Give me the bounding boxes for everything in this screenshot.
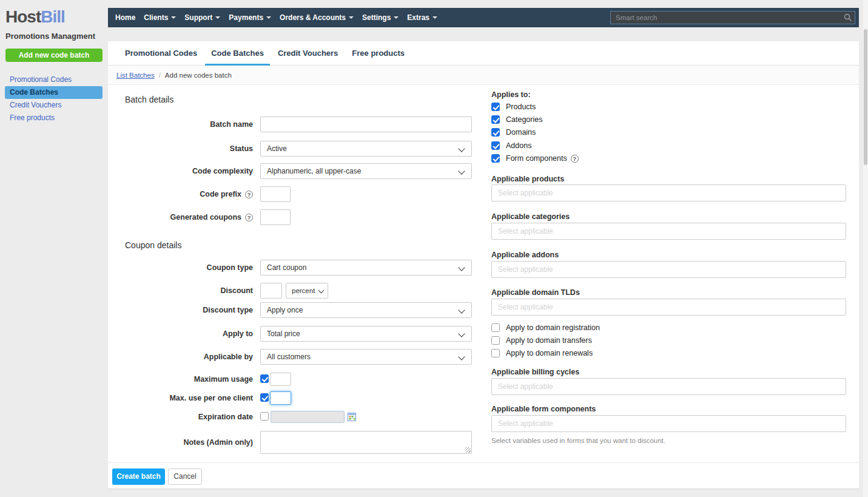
search-input[interactable] — [610, 11, 855, 24]
chevron-down-icon — [432, 16, 437, 19]
status-select[interactable]: Active — [260, 141, 472, 157]
discount-input[interactable] — [260, 283, 282, 299]
applicable-domain-tlds-input[interactable] — [491, 299, 846, 316]
field-label: Generated coupons? — [108, 209, 253, 225]
select-value: Cart coupon — [267, 263, 306, 272]
expiration-date-input[interactable] — [271, 411, 345, 423]
domain-transfers-row: Apply to domain transfers — [491, 336, 592, 345]
tab-free-products[interactable]: Free products — [346, 41, 411, 65]
logo-bill: Bill — [41, 7, 65, 26]
chevron-down-icon — [458, 306, 465, 313]
applicable-by-select[interactable]: All customers — [260, 349, 472, 365]
cancel-button[interactable]: Cancel — [168, 468, 202, 485]
nav-item-extras[interactable]: Extras — [403, 13, 442, 22]
checkbox-label: Categories — [506, 115, 542, 124]
field-label: Max. use per one client — [108, 391, 253, 405]
field-row-discount: Discount percent — [108, 283, 328, 299]
applicable-categories-input[interactable] — [491, 223, 846, 240]
tab-promotional-codes[interactable]: Promotional Codes — [119, 41, 203, 65]
help-icon[interactable]: ? — [245, 191, 253, 198]
search-icon — [844, 13, 852, 22]
domain-registration-row: Apply to domain registration — [491, 323, 600, 332]
field-row-code-prefix: Code prefix? — [108, 186, 291, 202]
apply-domain-registration-checkbox[interactable] — [491, 323, 500, 332]
coupon-type-select[interactable]: Cart coupon — [260, 260, 472, 276]
chevron-down-icon — [458, 145, 465, 152]
smart-search — [610, 11, 855, 24]
nav-item-label: Extras — [407, 13, 429, 22]
logo-host: Host — [5, 7, 41, 26]
field-label: Expiration date — [108, 411, 253, 423]
tab-code-batches[interactable]: Code Batches — [205, 41, 270, 65]
applies-products-row: Products — [491, 103, 536, 111]
help-icon[interactable]: ? — [571, 155, 579, 163]
create-batch-button[interactable]: Create batch — [112, 468, 165, 485]
chevron-down-icon — [394, 16, 399, 19]
applicable-form-components-input[interactable] — [491, 415, 846, 432]
select-value: Alphanumeric, all upper-case — [267, 167, 361, 175]
page-scrollbar — [863, 0, 868, 497]
calendar-icon[interactable] — [348, 413, 356, 421]
apply-to-select[interactable]: Total price — [260, 326, 472, 342]
applicable-products-label: Applicable products — [491, 175, 564, 183]
applicable-addons-input[interactable] — [491, 261, 846, 278]
checkbox-label: Apply to domain registration — [506, 323, 600, 332]
apply-domain-renewals-checkbox[interactable] — [491, 349, 500, 357]
top-navbar: Home Clients Support Payments Orders & A… — [108, 8, 859, 27]
addons-checkbox[interactable] — [491, 141, 500, 150]
field-row-coupon-type: Coupon type Cart coupon — [108, 260, 472, 276]
products-checkbox[interactable] — [491, 103, 500, 111]
breadcrumb-separator: / — [159, 72, 161, 79]
nav-item-payments[interactable]: Payments — [224, 13, 275, 22]
nav-item-support[interactable]: Support — [180, 13, 224, 22]
code-prefix-input[interactable] — [260, 186, 291, 202]
nav-item-label: Home — [115, 13, 135, 22]
help-icon[interactable]: ? — [245, 214, 253, 221]
sidebar-item-promotional-codes[interactable]: Promotional Codes — [0, 73, 108, 86]
nav-item-clients[interactable]: Clients — [140, 13, 180, 22]
notes-textarea[interactable] — [260, 431, 472, 454]
scrollbar-thumb[interactable] — [864, 29, 867, 165]
applicable-products-input[interactable] — [491, 184, 846, 201]
nav-item-orders-accounts[interactable]: Orders & Accounts — [275, 13, 358, 22]
notes-textarea-wrap — [260, 431, 472, 454]
chevron-down-icon — [171, 16, 176, 19]
checkbox-label: Products — [506, 103, 536, 111]
breadcrumb-current: Add new codes batch — [165, 72, 232, 79]
nav-item-label: Support — [184, 13, 212, 22]
expiration-date-checkbox[interactable] — [260, 412, 269, 421]
chevron-down-icon — [458, 353, 465, 360]
nav-item-label: Clients — [144, 13, 168, 22]
hostbill-logo: HostBill — [5, 7, 65, 27]
categories-checkbox[interactable] — [491, 115, 500, 124]
field-label: Status — [108, 141, 253, 157]
batch-name-input[interactable] — [260, 117, 472, 132]
form-components-checkbox[interactable] — [491, 154, 500, 163]
nav-item-settings[interactable]: Settings — [358, 13, 403, 22]
field-row-discount-type: Discount type Apply once — [108, 302, 472, 318]
max-use-per-client-checkbox[interactable] — [260, 393, 269, 402]
select-value: percent — [292, 287, 315, 294]
applies-categories-row: Categories — [491, 115, 542, 124]
discount-unit-select[interactable]: percent — [286, 283, 328, 299]
sidebar-item-code-batches[interactable]: Code Batches — [5, 86, 103, 99]
domains-checkbox[interactable] — [491, 128, 500, 137]
tab-credit-vouchers[interactable]: Credit Vouchers — [272, 41, 344, 65]
code-complexity-select[interactable]: Alphanumeric, all upper-case — [260, 163, 472, 179]
maximum-usage-checkbox[interactable] — [260, 374, 269, 383]
sidebar-item-free-products[interactable]: Free products — [0, 112, 108, 124]
max-use-per-client-input[interactable] — [270, 391, 291, 405]
sidebar-item-credit-vouchers[interactable]: Credit Vouchers — [0, 99, 108, 112]
applicable-billing-cycles-input[interactable] — [491, 378, 846, 395]
maximum-usage-input[interactable] — [270, 373, 291, 386]
nav-item-home[interactable]: Home — [111, 13, 140, 22]
field-label: Batch name — [108, 117, 253, 132]
discount-type-select[interactable]: Apply once — [260, 302, 472, 318]
field-label: Apply to — [108, 326, 253, 342]
breadcrumb-link-list-batches[interactable]: List Batches — [116, 72, 155, 79]
main-content-card: Promotional Codes Code Batches Credit Vo… — [108, 41, 859, 489]
apply-domain-transfers-checkbox[interactable] — [491, 336, 500, 345]
add-new-code-batch-button[interactable]: Add new code batch — [5, 49, 103, 62]
generated-coupons-input[interactable] — [260, 209, 291, 225]
applicable-addons-label: Applicable addons — [491, 251, 559, 259]
